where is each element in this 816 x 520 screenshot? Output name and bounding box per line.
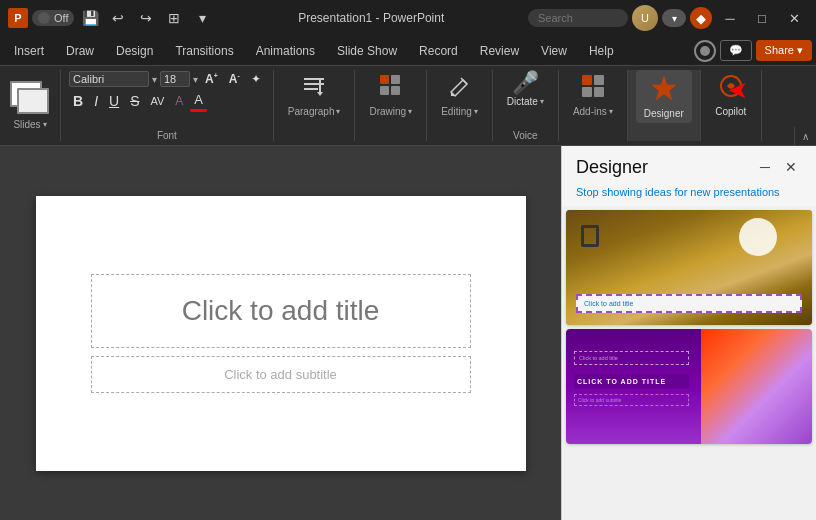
slides-label: Slides xyxy=(13,119,40,130)
designer-ribbon-icon xyxy=(650,74,678,106)
increase-font-button[interactable]: A+ xyxy=(201,70,222,88)
binder-clip xyxy=(581,225,599,247)
char-spacing-button[interactable]: AV xyxy=(146,93,168,109)
redo-button[interactable]: ↪ xyxy=(134,6,158,30)
drawing-button[interactable]: Drawing ▾ xyxy=(363,70,418,119)
menu-help[interactable]: Help xyxy=(579,40,624,62)
menu-record[interactable]: Record xyxy=(409,40,468,62)
designer-panel: Designer ─ ✕ Stop showing ideas for new … xyxy=(561,146,816,520)
design-card-1-bg: Click to add title xyxy=(566,210,812,325)
svg-rect-11 xyxy=(594,75,604,85)
font-color-button[interactable]: A xyxy=(190,90,207,112)
microphone-icon: 🎤 xyxy=(512,72,539,94)
menu-animations[interactable]: Animations xyxy=(246,40,325,62)
profile-dropdown[interactable]: ▾ xyxy=(662,9,686,27)
slide-title-placeholder[interactable]: Click to add title xyxy=(91,274,471,348)
ribbon-menu-right: 💬 Share ▾ xyxy=(694,40,812,62)
editing-label: Editing xyxy=(441,106,472,117)
design-card-1[interactable]: Click to add title xyxy=(566,210,812,325)
menu-slideshow[interactable]: Slide Show xyxy=(327,40,407,62)
slides-chevron: ▾ xyxy=(43,120,47,129)
clear-format-button[interactable]: ✦ xyxy=(247,70,265,88)
designer-header: Designer ─ ✕ xyxy=(562,146,816,182)
dictate-button[interactable]: 🎤 Dictate ▾ xyxy=(501,70,550,109)
collapse-ribbon-button[interactable]: ∧ xyxy=(794,127,816,145)
copilot-label: Copilot xyxy=(715,106,746,117)
menu-design[interactable]: Design xyxy=(106,40,163,62)
ribbon-menu: Insert Draw Design Transitions Animation… xyxy=(0,36,816,66)
menu-transitions[interactable]: Transitions xyxy=(165,40,243,62)
designer-close-button[interactable]: ✕ xyxy=(780,156,802,178)
menu-review[interactable]: Review xyxy=(470,40,529,62)
paragraph-label: Paragraph xyxy=(288,106,335,117)
card-2-main-text: Click to add title xyxy=(577,378,686,385)
bold-button[interactable]: B xyxy=(69,91,87,111)
close-button[interactable]: ✕ xyxy=(780,4,808,32)
decrease-font-button[interactable]: A- xyxy=(225,70,244,88)
search-input[interactable] xyxy=(528,9,628,27)
slide-subtitle-placeholder[interactable]: Click to add subtitle xyxy=(91,356,471,393)
card-2-sub-text: Click to add subtitle xyxy=(578,397,685,403)
strikethrough-button[interactable]: S xyxy=(126,91,143,111)
paragraph-button[interactable]: Paragraph ▾ xyxy=(282,70,347,119)
record-dot-button[interactable] xyxy=(694,40,716,62)
diamond-icon: ◆ xyxy=(696,11,706,26)
designer-panel-title: Designer xyxy=(576,157,648,178)
word-art-button[interactable]: A xyxy=(171,92,187,110)
svg-rect-8 xyxy=(391,86,400,95)
maximize-icon: □ xyxy=(758,11,766,26)
slides-group: Slides ▾ xyxy=(0,70,61,141)
underline-button[interactable]: U xyxy=(105,91,123,111)
red-arrow: ➤ xyxy=(728,76,748,104)
app-icon: P xyxy=(8,8,28,28)
svg-rect-5 xyxy=(380,75,389,84)
diamond-icon-btn[interactable]: ◆ xyxy=(690,7,712,29)
quick-access-dropdown[interactable]: ▾ xyxy=(190,6,214,30)
save-icon: 💾 xyxy=(82,10,99,26)
font-size-input[interactable] xyxy=(160,71,190,87)
designer-ribbon-label: Designer xyxy=(644,108,684,119)
slides-icon xyxy=(10,81,50,115)
designer-ribbon-button[interactable]: Designer xyxy=(636,70,692,123)
quick-access-button[interactable]: ⊞ xyxy=(162,6,186,30)
paragraph-group: Paragraph ▾ xyxy=(274,70,356,141)
menu-insert[interactable]: Insert xyxy=(4,40,54,62)
ribbon-toolbar: Slides ▾ ▾ ▾ A+ A- ✦ B I U S AV A xyxy=(0,66,816,146)
paragraph-icon xyxy=(300,72,328,104)
dictate-label: Dictate xyxy=(507,96,538,107)
minimize-button[interactable]: ─ xyxy=(716,4,744,32)
designer-collapse-button[interactable]: ─ xyxy=(754,156,776,178)
font-name-input[interactable] xyxy=(69,71,149,87)
card-2-title-box: Click to add title xyxy=(574,351,689,365)
voice-group: 🎤 Dictate ▾ Voice xyxy=(493,70,559,141)
editing-group: Editing ▾ xyxy=(427,70,493,141)
share-button[interactable]: Share ▾ xyxy=(756,40,812,61)
editing-button[interactable]: Editing ▾ xyxy=(435,70,484,119)
undo-button[interactable]: ↩ xyxy=(106,6,130,30)
menu-draw[interactable]: Draw xyxy=(56,40,104,62)
paragraph-label-row: Paragraph ▾ xyxy=(288,106,341,117)
maximize-button[interactable]: □ xyxy=(748,4,776,32)
title-bar-right: U ▾ ◆ ─ □ ✕ xyxy=(528,4,808,32)
design-card-2[interactable]: Click to add title Click to add title Cl… xyxy=(566,329,812,444)
italic-button[interactable]: I xyxy=(90,91,102,111)
editing-icon xyxy=(445,72,473,104)
designer-stop-link[interactable]: Stop showing ideas for new presentations xyxy=(562,182,816,206)
window-title: Presentation1 - PowerPoint xyxy=(220,11,522,25)
autosave-toggle[interactable]: Off xyxy=(32,10,74,26)
designer-group: Designer xyxy=(628,70,701,141)
font-group: ▾ ▾ A+ A- ✦ B I U S AV A A Font xyxy=(61,70,274,141)
svg-rect-2 xyxy=(304,88,318,90)
addins-button[interactable]: Add-ins ▾ xyxy=(567,70,619,119)
editing-chevron: ▾ xyxy=(474,107,478,116)
comment-button[interactable]: 💬 xyxy=(720,40,752,61)
designer-label-row: Designer xyxy=(644,108,684,119)
font-selector-row: ▾ ▾ A+ A- ✦ xyxy=(69,70,265,88)
close-icon: ✕ xyxy=(789,11,800,26)
paragraph-chevron: ▾ xyxy=(336,107,340,116)
slides-button[interactable]: Slides ▾ xyxy=(10,81,50,130)
avatar[interactable]: U xyxy=(632,5,658,31)
menu-view[interactable]: View xyxy=(531,40,577,62)
save-button[interactable]: 💾 xyxy=(78,6,102,30)
svg-rect-13 xyxy=(594,87,604,97)
